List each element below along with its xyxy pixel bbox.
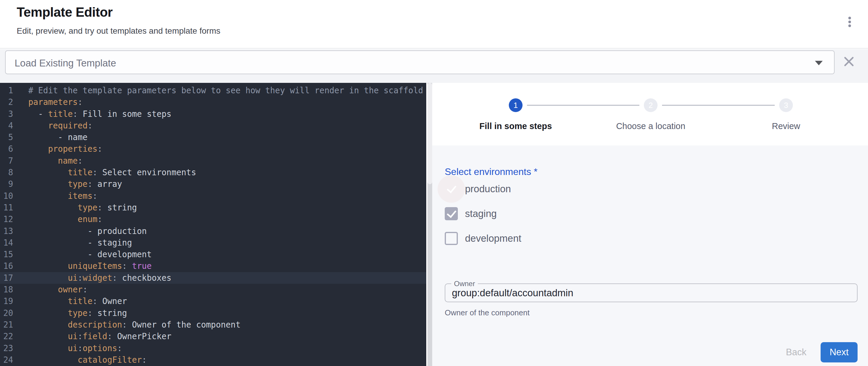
checkbox-label[interactable]: production bbox=[465, 183, 511, 194]
more-options-kebab-icon[interactable] bbox=[842, 12, 857, 31]
code-text: properties: bbox=[13, 143, 102, 155]
stepper-connector bbox=[527, 105, 640, 105]
code-line[interactable]: 20 type: string bbox=[0, 307, 426, 319]
step-indicator-3: 3 bbox=[779, 98, 793, 112]
code-line[interactable]: 6 properties: bbox=[0, 143, 426, 155]
code-text: ui:widget: checkboxes bbox=[13, 272, 172, 284]
code-text: enum: bbox=[13, 213, 102, 225]
line-number: 8 bbox=[0, 166, 13, 178]
load-existing-template-value: Load Existing Template bbox=[14, 58, 116, 69]
code-text: - name bbox=[13, 131, 88, 143]
code-text: catalogFilter: bbox=[13, 354, 147, 366]
line-number: 4 bbox=[0, 120, 13, 131]
line-number: 2 bbox=[0, 96, 13, 108]
code-line[interactable]: 7 name: bbox=[0, 155, 426, 166]
code-line[interactable]: 15 - development bbox=[0, 249, 426, 260]
line-number: 1 bbox=[0, 85, 13, 96]
code-line[interactable]: 19 title: Owner bbox=[0, 295, 426, 307]
checkbox-row-production[interactable]: production bbox=[445, 182, 511, 195]
code-line[interactable]: 13 - production bbox=[0, 225, 426, 237]
owner-input[interactable] bbox=[452, 285, 848, 301]
code-line[interactable]: 22 ui:field: OwnerPicker bbox=[0, 331, 426, 342]
code-text: type: string bbox=[13, 307, 127, 319]
code-text: owner: bbox=[13, 284, 88, 295]
code-text: - development bbox=[13, 249, 152, 260]
step-label: Fill in some steps bbox=[479, 121, 552, 131]
code-text: required: bbox=[13, 120, 92, 131]
yaml-code-editor[interactable]: 1# Edit the template parameters below to… bbox=[0, 83, 426, 366]
code-text: ui:field: OwnerPicker bbox=[13, 331, 172, 342]
unchecked-checkbox[interactable] bbox=[445, 232, 458, 245]
stepper-section bbox=[432, 83, 868, 146]
code-line[interactable]: 8 title: Select environments bbox=[0, 166, 426, 178]
code-text: name: bbox=[13, 155, 83, 166]
next-button[interactable]: Next bbox=[820, 342, 858, 362]
code-text: ui:options: bbox=[13, 342, 122, 354]
code-line[interactable]: 10 items: bbox=[0, 190, 426, 202]
back-button[interactable]: Back bbox=[775, 342, 817, 362]
page-title: Template Editor bbox=[17, 5, 113, 20]
owner-helper-text: Owner of the component bbox=[445, 308, 530, 317]
load-existing-template-select[interactable]: Load Existing Template bbox=[5, 50, 835, 74]
form-section bbox=[432, 146, 868, 366]
code-line[interactable]: 9 type: array bbox=[0, 178, 426, 190]
line-number: 3 bbox=[0, 108, 13, 120]
code-line[interactable]: 3 - title: Fill in some steps bbox=[0, 108, 426, 120]
code-line[interactable]: 5 - name bbox=[0, 131, 426, 143]
code-line[interactable]: 1# Edit the template parameters below to… bbox=[0, 85, 426, 96]
checked-checkbox[interactable] bbox=[445, 182, 458, 195]
step-indicator-2: 2 bbox=[644, 98, 657, 112]
line-number: 20 bbox=[0, 307, 13, 319]
line-number: 19 bbox=[0, 295, 13, 307]
code-line[interactable]: 21 description: Owner of the component bbox=[0, 319, 426, 331]
line-number: 23 bbox=[0, 342, 13, 354]
template-editor-page: Template Editor Edit, preview, and try o… bbox=[0, 0, 868, 366]
line-number: 18 bbox=[0, 284, 13, 295]
code-line[interactable]: 17 ui:widget: checkboxes bbox=[0, 272, 426, 284]
select-environments-label: Select environments * bbox=[445, 166, 537, 177]
checkbox-row-staging[interactable]: staging bbox=[445, 207, 497, 220]
code-line[interactable]: 12 enum: bbox=[0, 213, 426, 225]
line-number: 5 bbox=[0, 131, 13, 143]
code-text: type: array bbox=[13, 178, 122, 190]
line-number: 13 bbox=[0, 225, 13, 237]
checkbox-label[interactable]: development bbox=[465, 233, 521, 244]
page-subtitle: Edit, preview, and try out templates and… bbox=[17, 26, 220, 36]
step-label: Choose a location bbox=[616, 121, 685, 131]
owner-field: Owner bbox=[445, 283, 858, 302]
step-label: Review bbox=[772, 121, 800, 131]
stepper-connector bbox=[662, 105, 775, 105]
line-number: 15 bbox=[0, 249, 13, 260]
code-text: - production bbox=[13, 225, 147, 237]
close-icon[interactable] bbox=[841, 53, 857, 70]
code-line[interactable]: 16 uniqueItems: true bbox=[0, 260, 426, 272]
code-line[interactable]: 11 type: string bbox=[0, 202, 426, 213]
line-number: 7 bbox=[0, 155, 13, 166]
code-line[interactable]: 2parameters: bbox=[0, 96, 426, 108]
code-line[interactable]: 14 - staging bbox=[0, 237, 426, 249]
line-number: 16 bbox=[0, 260, 13, 272]
checkbox-label[interactable]: staging bbox=[465, 208, 497, 219]
code-line[interactable]: 4 required: bbox=[0, 120, 426, 131]
load-template-toolbar: Load Existing Template bbox=[0, 49, 868, 83]
line-number: 6 bbox=[0, 143, 13, 155]
code-text: # Edit the template parameters below to … bbox=[13, 85, 423, 96]
code-text: - staging bbox=[13, 237, 132, 249]
step-indicator-1: 1 bbox=[509, 98, 523, 112]
editor-scrollbar-thumb[interactable] bbox=[428, 83, 432, 184]
code-text: description: Owner of the component bbox=[13, 319, 241, 331]
code-line[interactable]: 24 catalogFilter: bbox=[0, 354, 426, 366]
code-text: parameters: bbox=[13, 96, 83, 108]
code-line[interactable]: 18 owner: bbox=[0, 284, 426, 295]
code-line[interactable]: 23 ui:options: bbox=[0, 342, 426, 354]
line-number: 22 bbox=[0, 331, 13, 342]
code-text: type: string bbox=[13, 202, 137, 213]
line-number: 14 bbox=[0, 237, 13, 249]
code-text: - title: Fill in some steps bbox=[13, 108, 172, 120]
line-number: 21 bbox=[0, 319, 13, 331]
line-number: 24 bbox=[0, 354, 13, 366]
checkbox-row-development[interactable]: development bbox=[445, 232, 521, 245]
code-text: title: Owner bbox=[13, 295, 127, 307]
line-number: 17 bbox=[0, 272, 13, 284]
checked-checkbox[interactable] bbox=[445, 207, 458, 220]
